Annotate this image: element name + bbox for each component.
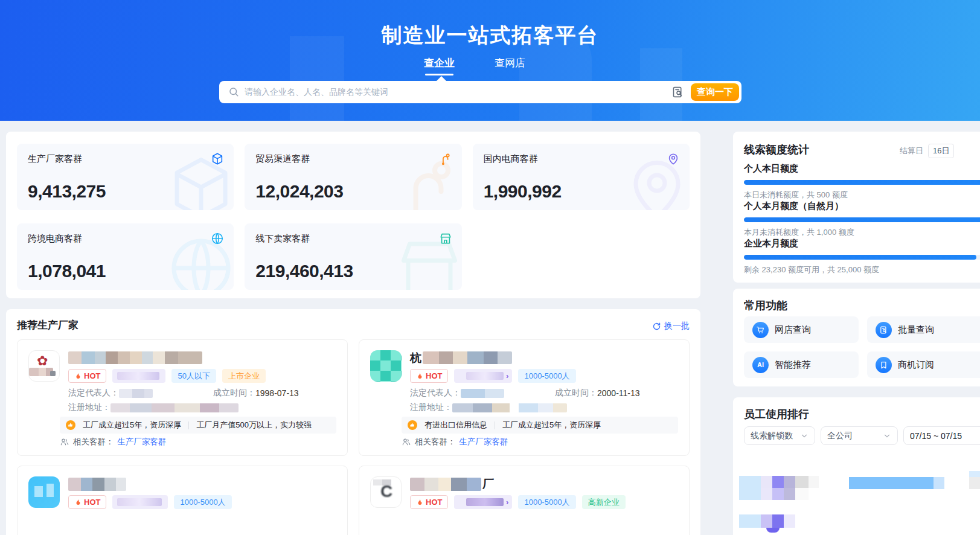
stat-card-manufacturer[interactable]: 生产厂家客群 9,413,275 [17,144,234,210]
redacted-legal-rep [119,389,153,398]
founded-date: 1998-07-13 [255,388,299,398]
function-label: 批量查询 [898,324,934,336]
redacted-ranking-row [739,476,819,488]
redacted-badge-content [117,372,159,380]
flame-icon [74,373,82,380]
listed-company-tag: 上市企业 [222,369,266,383]
highlight-text: 工厂成立超过5年，资历深厚 [83,420,181,431]
function-label: 商机订阅 [898,359,934,371]
function-batch-search[interactable]: 批量查询 [867,316,980,343]
redacted-address [110,403,239,412]
highlight-text: 工厂成立超过5年，资历深厚 [502,420,601,431]
stat-card-domestic-ecommerce[interactable]: 国内电商客群 1,990,992 [473,144,690,210]
section-title-recommended: 推荐生产厂家 [17,318,690,332]
search-input[interactable] [245,82,637,102]
redacted-badge-content [466,498,504,506]
stat-value: 1,078,041 [28,261,106,281]
employee-count-tag: 1000-5000人 [174,495,231,509]
quota-caption: 剩余 23,230 额度可用，共 25,000 额度 [744,264,980,275]
hot-label: HOT [84,498,100,507]
related-customer-link[interactable]: 生产厂家客群 [118,437,167,447]
stat-card-cross-border[interactable]: 跨境电商客群 1,078,041 [17,223,234,290]
function-shop-search[interactable]: 网店查询 [744,316,859,343]
redacted-legal-rep [461,389,504,398]
cart-icon [752,322,769,338]
employee-count-tag: 1000-5000人 [518,495,575,509]
tab-company-search[interactable]: 查企业 [424,56,455,75]
tab-shop-search[interactable]: 查网店 [495,56,525,75]
section-title-ranking: 员工使用排行 [744,407,980,421]
stat-card-trade-channel[interactable]: 贸易渠道客群 12,024,203 [245,144,461,210]
redacted-company-name [423,351,512,364]
progress-bar [744,255,980,260]
lead-quota-panel: 线索额度统计 结算日 16日 个人本日额度 本日未消耗额度，共 500 额度 个… [733,132,980,283]
cube-watermark-icon [165,152,234,210]
people-icon [402,437,411,447]
search-bar: 查询一下 [219,81,741,103]
scope-select[interactable]: 全公司 [821,426,898,445]
refresh-label: 换一批 [664,321,690,332]
scope-select-value: 全公司 [827,431,853,441]
globe-watermark-icon [165,232,234,290]
chevron-right-icon: › [506,371,508,380]
function-smart-recommend[interactable]: AI 智能推荐 [744,351,859,378]
ai-icon: AI [752,357,769,373]
ranking-bar [849,477,934,489]
hot-badge: HOT [68,369,106,383]
stat-value: 9,413,275 [28,181,106,202]
quota-caption: 本日未消耗额度，共 500 额度 [744,190,980,200]
common-functions-panel: 常用功能 网店查询 批量查询 AI 智能推荐 商机订阅 [733,289,980,386]
logo-letter: C [380,482,392,501]
hot-label: HOT [84,371,100,380]
hot-badge: HOT [68,495,106,509]
employee-count-tag: 1000-5000人 [518,369,575,383]
company-card[interactable]: C 厂 HOT › 1000-5000人 高新企业 [359,466,690,535]
store-watermark-icon [393,232,462,290]
quota-item-personal-monthly: 个人本月额度（自然月） 本月未消耗额度，共 1,000 额度 [744,200,980,238]
metric-select[interactable]: 线索解锁数 [744,426,815,445]
refresh-batch-button[interactable]: 换一批 [652,321,690,332]
search-icon [228,86,239,97]
flame-icon [416,373,423,380]
redacted-company-name [410,478,481,491]
company-card[interactable]: 杭 HOT › 1000-5000人 法定代表人： 成立时间： 2000-11-… [359,339,690,456]
function-opportunity-subscribe[interactable]: 商机订阅 [867,351,980,378]
progress-bar [744,180,980,185]
company-card[interactable]: ✿ HOT 50人以下 上市企业 法定代表人： 成立时间： 1998-07-13 [17,339,348,456]
settlement-day-badge[interactable]: 16日 [928,144,954,158]
redacted-ranking-row [739,488,809,500]
function-label: 智能推荐 [775,359,811,371]
doc-search-icon [876,322,892,338]
highlight-bar: 工厂成立超过5年，资历深厚 工厂月产值500万以上，实力较强 [60,417,336,434]
highlight-text: 有进出口信用信息 [424,420,487,431]
founded-date: 2000-11-13 [597,388,640,398]
hot-label: HOT [426,498,442,507]
bookmark-icon [876,357,892,373]
redacted-value [969,471,980,477]
founded-label: 成立时间： [555,388,597,399]
address-label: 注册地址： [410,402,452,413]
redacted-badge: › [454,369,512,383]
chevron-down-icon [883,432,891,440]
page-header: 制造业一站式拓客平台 查企业 查网店 查询一下 [0,0,980,121]
stat-card-offline-seller[interactable]: 线下卖家客群 219,460,413 [245,223,461,290]
search-button[interactable]: 查询一下 [691,83,739,101]
employee-count-tag: 50人以下 [171,369,216,383]
related-customer-link[interactable]: 生产厂家客群 [460,437,508,447]
route-watermark-icon [393,152,462,210]
redacted-badge: › [454,495,512,509]
company-logo [370,350,402,382]
highlight-text: 工厂月产值500万以上，实力较强 [196,420,312,431]
redacted-company-name [68,478,126,491]
quota-item-personal-daily: 个人本日额度 本日未消耗额度，共 500 额度 [744,163,980,200]
date-range-picker[interactable]: 07/15 ~ 07/15 [903,426,980,445]
pin-watermark-icon [621,152,690,210]
batch-search-icon[interactable] [671,86,684,98]
settlement-day: 结算日 16日 [900,144,954,158]
company-logo [28,476,60,508]
logo-glyph [46,484,54,497]
quota-name: 企业本月额度 [744,238,980,249]
company-card[interactable]: HOT 1000-5000人 [17,466,348,535]
progress-fill [744,180,980,185]
highlight-bar: 有进出口信用信息 工厂成立超过5年，资历深厚 [402,417,678,434]
